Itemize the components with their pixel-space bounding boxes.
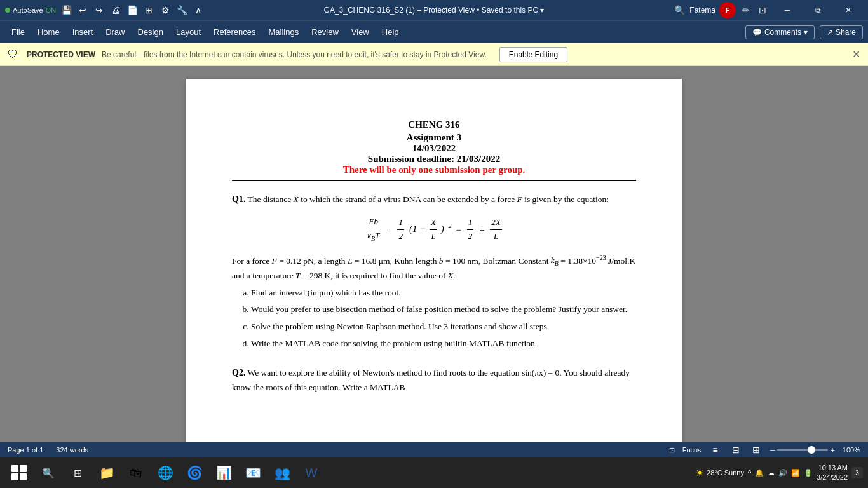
enable-editing-button[interactable]: Enable Editing [499,47,567,62]
avatar-initial: F [726,6,730,14]
system-tray: ^ 🔔 ☁ 🔊 📶 🔋 [748,469,813,477]
menu-design[interactable]: Design [132,25,170,39]
doc-deadline: Submission deadline: 21/03/2022 [232,154,636,165]
file-explorer-app[interactable]: 📁 [93,459,121,487]
chrome-icon: 🌐 [158,465,173,480]
formula-container: Fb kBT = 1 2 (1 − X L )−2 [232,215,636,243]
status-right: ⊡ Focus ≡ ⊟ ⊞ ─ + 100% [669,444,860,456]
excel-app[interactable]: 📊 [210,459,238,487]
outlook-app[interactable]: 📧 [239,459,267,487]
focus-icon[interactable]: ⊡ [669,446,675,454]
view-icon-1[interactable]: ≡ [709,444,722,456]
weather-widget[interactable]: ☀ 28°C Sunny [695,467,744,479]
q2-text: We want to explore the ability of Newton… [232,368,630,391]
print-icon[interactable]: 🖨 [109,4,122,17]
paren-expr: (1 − X L )−2 [409,216,452,243]
minimize-button[interactable]: ─ [773,0,802,20]
word-app[interactable]: W [297,459,325,487]
wifi-icon[interactable]: 📶 [791,469,800,477]
doc-title: CHENG 316 [232,117,636,132]
layout-icon[interactable]: ⊞ [142,4,155,17]
comments-chevron: ▾ [804,28,808,37]
doc-date: 14/03/2022 [232,143,636,154]
doc-note: There will be only one submission per gr… [232,165,636,175]
avatar[interactable]: F [719,2,736,18]
zoom-slider[interactable] [777,449,828,451]
num-X: X [430,216,437,230]
new-doc-icon[interactable]: 📄 [126,4,139,17]
redo-icon[interactable]: ↪ [93,4,105,17]
menu-insert[interactable]: Insert [66,25,100,39]
teams-app[interactable]: 👥 [268,459,296,487]
page-info: Page 1 of 1 [8,446,43,454]
frac-fb-kbt: Fb kBT [366,215,381,243]
task-view-button[interactable]: ⊞ [64,459,92,487]
num-1b: 1 [467,216,474,230]
weather-text: 28°C Sunny [707,469,744,477]
close-button[interactable]: ✕ [834,0,863,20]
menu-bar: File Home Insert Draw Design Layout Refe… [0,20,868,43]
view-icon-3[interactable]: ⊞ [750,444,763,456]
window-title: GA_3_CHENG 316_S2 (1) – Protected View •… [324,6,545,15]
chrome-app[interactable]: 🌐 [151,459,179,487]
plus-sign: + [478,222,485,238]
q2-paragraph: Q2. We want to explore the ability of Ne… [232,366,636,394]
q2-label: Q2. [232,368,245,377]
start-button[interactable] [5,459,33,487]
cloud-icon[interactable]: ☁ [768,469,775,477]
menu-layout[interactable]: Layout [170,25,207,39]
focus-label[interactable]: Focus [682,446,702,454]
autosave-indicator[interactable]: AutoSave ON [5,6,56,14]
notification-icon[interactable]: 🔔 [755,469,764,477]
menu-file[interactable]: File [5,25,31,39]
menu-help[interactable]: Help [376,25,405,39]
menu-draw[interactable]: Draw [99,25,131,39]
document-page: CHENG 316 Assignment 3 14/03/2022 Submis… [186,79,682,442]
num-1: 1 [397,216,404,230]
view-icon-2[interactable]: ⊟ [729,444,742,456]
q1-part-b: Would you prefer to use bisection method… [251,303,636,316]
comment-icon: 💬 [752,28,762,37]
den-2b: 2 [467,230,474,243]
menu-view[interactable]: View [345,25,376,39]
edit-icon[interactable]: ✏ [740,4,752,17]
search-button[interactable]: 🔍 [34,459,62,487]
battery-icon[interactable]: 🔋 [804,469,813,477]
search-icon[interactable]: 🔍 [673,4,686,17]
comments-button[interactable]: 💬 Comments ▾ [745,25,815,39]
num-2X: 2X [490,216,501,230]
den-L2: L [492,230,499,243]
menu-mailings[interactable]: Mailings [262,25,306,39]
zoom-minus-icon[interactable]: ─ [770,446,775,454]
share-button[interactable]: ↗ Share [820,25,863,39]
windows-logo-icon [11,465,27,480]
zoom-percent[interactable]: 100% [843,446,860,454]
menu-references[interactable]: References [207,25,262,39]
autosave-dot [5,8,10,13]
chevron-icon[interactable]: ^ [748,469,751,477]
taskbar-right: ☀ 28°C Sunny ^ 🔔 ☁ 🔊 📶 🔋 10:13 AM 3/24/2… [695,463,863,483]
collapse-icon[interactable]: ∧ [192,4,205,17]
menu-home[interactable]: Home [31,25,66,39]
close-protected-bar-icon[interactable]: ✕ [852,48,860,60]
more-icon[interactable]: ⚙ [159,4,172,17]
weather-sun-icon: ☀ [695,467,704,479]
share-icon: ↗ [827,28,833,37]
taskbar: 🔍 ⊞ 📁 🛍 🌐 🌀 📊 📧 👥 W ☀ 28°C Sunny ^ 🔔 ☁ 🔊 [0,458,868,488]
frac-2X-L: 2X L [490,216,501,243]
view-toggle-icon[interactable]: ⊡ [756,4,769,17]
speaker-icon[interactable]: 🔊 [778,469,787,477]
protected-message: Be careful—files from the Internet can c… [102,50,487,59]
clock[interactable]: 10:13 AM 3/24/2022 [817,463,848,483]
notification-badge[interactable]: 3 [851,467,863,478]
store-app[interactable]: 🛍 [122,459,150,487]
restore-button[interactable]: ⧉ [803,0,832,20]
menu-review[interactable]: Review [305,25,345,39]
ribbon-icon[interactable]: 🔧 [175,4,188,17]
save-icon[interactable]: 💾 [60,4,72,17]
zoom-plus-icon[interactable]: + [831,446,834,454]
window-controls: ─ ⧉ ✕ [773,0,863,20]
undo-icon[interactable]: ↩ [76,4,89,17]
q1-text: The distance X to which the strand of a … [248,194,609,204]
edge-app[interactable]: 🌀 [180,459,208,487]
